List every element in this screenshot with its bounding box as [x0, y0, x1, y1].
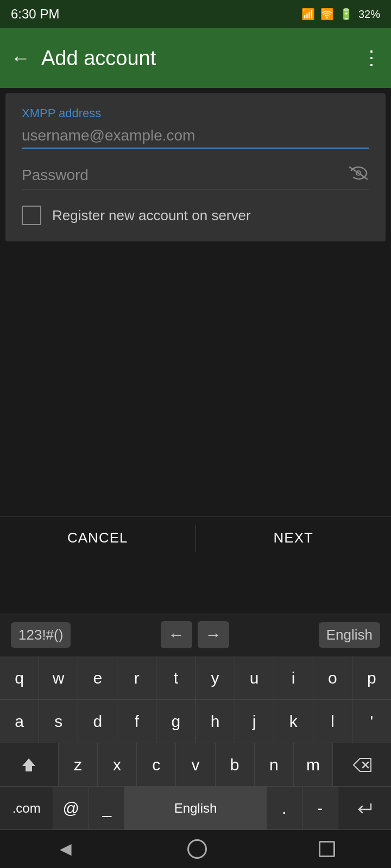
key-m[interactable]: m	[294, 743, 333, 787]
key-n[interactable]: n	[255, 743, 294, 787]
key-s[interactable]: s	[39, 700, 78, 743]
key-q[interactable]: q	[0, 656, 39, 700]
spacebar[interactable]: English	[125, 787, 267, 830]
key-hyphen[interactable]: -	[302, 787, 338, 830]
form-card: XMPP address Register new account on ser…	[5, 93, 386, 241]
page-title: Add account	[41, 47, 156, 70]
keyboard-row-1: q w e r t y u i o p	[0, 656, 391, 700]
keyboard-language-button[interactable]: English	[319, 622, 380, 648]
app-bar-left: ← Add account	[11, 47, 156, 70]
action-buttons: CANCEL NEXT	[0, 516, 391, 559]
wifi-icon: 🛜	[320, 8, 334, 21]
key-g[interactable]: g	[156, 700, 195, 743]
key-w[interactable]: w	[39, 656, 78, 700]
xmpp-input[interactable]	[22, 124, 369, 149]
status-time: 6:30 PM	[11, 7, 59, 22]
battery-level: 32%	[358, 8, 380, 21]
key-dotcom[interactable]: .com	[0, 787, 53, 830]
password-input[interactable]	[22, 167, 348, 184]
key-j[interactable]: j	[235, 700, 274, 743]
keyboard-arrow-left[interactable]: ←	[161, 621, 192, 648]
key-a[interactable]: a	[0, 700, 39, 743]
key-d[interactable]: d	[78, 700, 117, 743]
cancel-button[interactable]: CANCEL	[0, 517, 195, 559]
key-apostrophe[interactable]: '	[352, 700, 391, 743]
key-t[interactable]: t	[156, 656, 195, 700]
key-u[interactable]: u	[235, 656, 274, 700]
nav-back-button[interactable]: ◄	[56, 838, 75, 860]
enter-key[interactable]	[338, 787, 391, 830]
key-k[interactable]: k	[274, 700, 313, 743]
content-area	[0, 241, 391, 529]
register-checkbox-row: Register new account on server	[22, 206, 369, 225]
key-i[interactable]: i	[274, 656, 313, 700]
key-p[interactable]: p	[352, 656, 391, 700]
more-options-button[interactable]: ⋮	[362, 47, 380, 69]
status-bar: 6:30 PM 📶 🛜 🔋 32%	[0, 0, 391, 28]
key-c[interactable]: c	[137, 743, 176, 787]
key-x[interactable]: x	[98, 743, 137, 787]
keyboard-row-4: .com @ _ English . -	[0, 787, 391, 830]
keyboard-arrows: ← →	[161, 621, 229, 648]
keyboard-row-2: a s d f g h j k l '	[0, 700, 391, 743]
nav-bar: ◄	[0, 830, 391, 868]
svg-marker-1	[22, 758, 35, 771]
next-button[interactable]: NEXT	[196, 517, 392, 559]
key-r[interactable]: r	[117, 656, 156, 700]
toggle-password-icon[interactable]	[348, 165, 369, 186]
shift-key[interactable]	[0, 743, 59, 787]
keyboard-arrow-right[interactable]: →	[198, 621, 229, 648]
key-at[interactable]: @	[53, 787, 89, 830]
battery-icon: 🔋	[339, 8, 353, 21]
key-underscore[interactable]: _	[89, 787, 125, 830]
register-label: Register new account on server	[52, 207, 251, 224]
password-row	[22, 165, 369, 189]
back-button[interactable]: ←	[11, 47, 30, 69]
key-z[interactable]: z	[59, 743, 98, 787]
key-e[interactable]: e	[78, 656, 117, 700]
signal-icon: 📶	[301, 8, 315, 21]
app-bar: ← Add account ⋮	[0, 28, 391, 88]
key-l[interactable]: l	[313, 700, 352, 743]
key-y[interactable]: y	[195, 656, 235, 700]
keyboard-symbols-button[interactable]: 123!#()	[11, 622, 71, 648]
key-h[interactable]: h	[195, 700, 235, 743]
key-b[interactable]: b	[216, 743, 255, 787]
keyboard-toolbar: 123!#() ← → English	[0, 613, 391, 656]
nav-recents-button[interactable]	[319, 841, 335, 857]
backspace-key[interactable]	[333, 743, 391, 787]
xmpp-label: XMPP address	[22, 106, 369, 120]
key-period[interactable]: .	[267, 787, 302, 830]
key-o[interactable]: o	[313, 656, 352, 700]
nav-home-button[interactable]	[187, 839, 207, 859]
register-checkbox[interactable]	[22, 206, 41, 225]
status-icons: 📶 🛜 🔋 32%	[301, 8, 380, 21]
keyboard-row-3: z x c v b n m	[0, 743, 391, 787]
keyboard: 123!#() ← → English q w e r t y u i o p …	[0, 613, 391, 830]
key-v[interactable]: v	[176, 743, 215, 787]
key-f[interactable]: f	[117, 700, 156, 743]
